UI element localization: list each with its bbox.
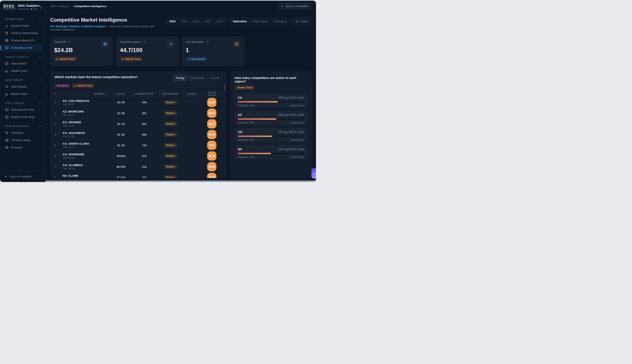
table-tab-priority[interactable]: Priority xyxy=(173,75,187,81)
view-tab-saturation[interactable]: Saturation xyxy=(230,18,250,24)
sidebar-back-to-flowrms[interactable]: Back to FlowRMS xyxy=(0,171,45,182)
table-row-ca-san-diego[interactable]: 4CA: SAN DIEGOTAM: $1.5B$1.5B868Medium--… xyxy=(51,129,226,140)
panel-collapse-button[interactable] xyxy=(311,168,316,178)
market-name: NV: CLARK xyxy=(63,174,111,178)
breadcrumb-root[interactable]: DISC Analytics xyxy=(51,4,69,8)
box-icon xyxy=(5,146,9,149)
saturation-cell: Medium xyxy=(157,100,184,105)
help-icon[interactable]: ? xyxy=(68,40,72,44)
region-panel-question: How many competitors are active in each … xyxy=(234,75,307,83)
badge-label: Market Track xyxy=(238,86,252,89)
saturation-progress-track xyxy=(238,101,304,102)
search-icon xyxy=(188,58,190,60)
market-cell: CA: SANTA CLARATAM: $1.2B xyxy=(63,142,111,148)
sidebar-item-data-search-pivot[interactable]: Data Search Pivot xyxy=(2,106,43,113)
year-tab-2025[interactable]: 2025 xyxy=(178,18,190,24)
help-icon[interactable]: ? xyxy=(206,40,209,44)
sidebar-item-growth-finder[interactable]: Growth Finder xyxy=(2,22,43,30)
brand-title: DISC Analytics xyxy=(18,4,40,7)
table-row-ca-los-angeles[interactable]: 1CA: LOS ANGELESTAM: $3.4B$3.4B936Medium… xyxy=(51,97,226,108)
back-to-flowrms-button[interactable]: Back to FlowRMS xyxy=(277,2,312,10)
saturation-badge: Medium xyxy=(164,175,177,178)
kpi-label: Avg White Space xyxy=(120,40,141,44)
table-row-az-maricopa[interactable]: 2AZ: MARICOPATAM: $2.0B$2.0B891Medium--3… xyxy=(51,108,226,118)
table-tab-whitespace[interactable]: Whitespace xyxy=(187,75,207,81)
saturation-progress-track xyxy=(238,118,304,120)
back-button-label: Back to FlowRMS xyxy=(286,4,308,8)
market-tam: TAM: $1.5B xyxy=(63,135,111,138)
market-tam: TAM: $935M xyxy=(63,156,111,159)
sidebar-item-market-track[interactable]: Market Track xyxy=(2,90,43,98)
sidebar-item-data-search[interactable]: Data Search xyxy=(2,60,43,67)
kpi-value: 1 xyxy=(186,47,240,54)
white-space-cell: 32.07 xyxy=(200,108,222,118)
chevron-down-icon xyxy=(39,18,41,20)
market-track-badge: Market Track xyxy=(234,85,254,90)
year-tab-2026[interactable]: 2026 xyxy=(190,18,202,24)
kpi-label: Low Saturation xyxy=(186,40,204,44)
row-rank: 5 xyxy=(55,144,63,147)
saturation-progress-track xyxy=(238,136,304,137)
table-row-ca-alameda[interactable]: 7CA: ALAMEDATAM: $878M$878M818Medium--32… xyxy=(51,161,226,172)
region-name: AZ xyxy=(238,113,242,116)
sidebar-item-label: Market Track xyxy=(11,92,28,96)
table-row-nv-clark[interactable]: 8NV: CLARKTAM: $732M$732M767Medium--33.5… xyxy=(51,172,226,178)
sidebar-item-product-market-fit[interactable]: Product-Market Fit xyxy=(2,37,43,44)
region-card-az: AZ399 avg NAICS codesSaturation: 58%Larg… xyxy=(234,111,307,125)
market-name: CA: ORANGE xyxy=(63,121,111,124)
region-card-co: CO254 avg NAICS codesSaturation: 52%Larg… xyxy=(234,128,307,142)
year-tab-2024[interactable]: 2024 xyxy=(167,18,178,24)
sidebar-item-products[interactable]: Products xyxy=(2,144,43,151)
sidebar-item-data-search[interactable]: Data Search xyxy=(2,83,43,90)
market-name: CA: SANTA CLARA xyxy=(63,142,111,145)
saturation-badge: Medium xyxy=(164,111,177,116)
table-row-ca-riverside[interactable]: 6CA: RIVERSIDETAM: $935M$935M829Medium--… xyxy=(51,150,226,161)
sidebar-item-market-track[interactable]: Market Track xyxy=(2,67,43,74)
column-header-: # xyxy=(55,92,63,95)
view-tab-emerging[interactable]: Emerging xyxy=(271,18,289,24)
sidebar-collapse-icon[interactable]: ❮ xyxy=(40,6,42,9)
value-cell: $1.7B xyxy=(111,122,132,126)
disc-logo: DISC C O R P xyxy=(3,4,16,10)
sidebar-section-dashboards: DASHBOARDSGrowth FinderTerritory Perform… xyxy=(2,16,43,52)
competitors-cell: 767 xyxy=(132,176,157,178)
help-icon[interactable]: ? xyxy=(142,40,146,44)
sidebar-section-header: PIVOT TABLES xyxy=(2,100,43,106)
layout-icon xyxy=(5,62,9,65)
table-tab-growth[interactable]: Growth xyxy=(207,75,222,81)
density-label: Large Density xyxy=(290,104,304,107)
year-tab-2027[interactable]: 2027 xyxy=(202,18,214,24)
sidebar-item-territory-performance[interactable]: Territory Performance xyxy=(2,30,43,37)
region-naics-codes: 399 avg NAICS codes xyxy=(278,113,304,116)
export-button[interactable]: Export xyxy=(292,17,312,26)
sidebar-item-territory-levels[interactable]: Territory Levels xyxy=(2,136,43,144)
badge-label: Market Track xyxy=(60,58,75,60)
view-tab-white-space[interactable]: White Space xyxy=(250,18,271,24)
saturation-badge: Medium xyxy=(164,121,177,126)
row-rank: 4 xyxy=(55,133,63,136)
market-name: CA: LOS ANGELES xyxy=(63,99,111,102)
white-space-cell: 33.2 xyxy=(200,141,222,150)
sidebar-item-territories[interactable]: Territories xyxy=(2,129,43,136)
region-panel-badges: Market Track xyxy=(234,85,307,90)
sidebar-item-competitive-intel[interactable]: Competitive Intel xyxy=(2,44,43,52)
row-rank: 2 xyxy=(55,112,63,115)
saturation-progress-fill xyxy=(238,153,271,154)
region-naics-codes: 239 avg NAICS codes xyxy=(278,148,304,151)
breadcrumb-chevron-icon: › xyxy=(71,5,72,8)
year-tab-2028[interactable]: 2028 xyxy=(214,18,225,24)
chart-axis-icon xyxy=(56,58,59,60)
table-scrollbar-thumb[interactable] xyxy=(224,84,225,90)
subtitle-highlight: For Strategic Planners & Market Analysts xyxy=(50,25,106,28)
region-name: CA xyxy=(238,96,242,99)
sidebar-item-label: Growth Finder xyxy=(11,24,29,27)
share-cell: -- xyxy=(184,133,200,136)
sidebar-item-market-track-pivot[interactable]: Market Track Pivot xyxy=(2,113,43,121)
table-row-ca-orange[interactable]: 3CA: ORANGETAM: $1.7B$1.7B882Medium--32.… xyxy=(51,118,226,129)
table-row-ca-santa-clara[interactable]: 5CA: SANTA CLARATAM: $1.2B$1.2B795Medium… xyxy=(51,140,226,150)
share-cell: -- xyxy=(184,144,200,147)
white-space-cell: 32.79 xyxy=(200,151,222,160)
competitors-cell: 891 xyxy=(132,112,157,115)
layout-icon xyxy=(235,42,239,46)
kpi-activity-icon-tile xyxy=(167,40,175,48)
